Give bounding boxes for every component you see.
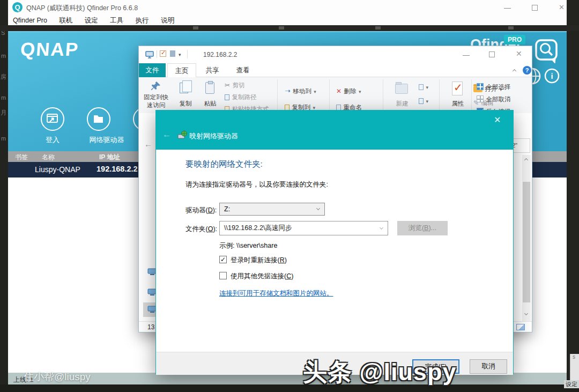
explorer-maximize-button[interactable]	[489, 51, 495, 57]
item-count: 13	[147, 323, 154, 331]
reconnect-label[interactable]: 登录时重新连接(R)	[231, 256, 287, 265]
strip-mark	[508, 26, 514, 29]
dialog-titlebar[interactable]: ← 映射网络驱动器 ✕	[156, 110, 513, 150]
ribbon-separator	[439, 79, 440, 110]
tab-home[interactable]: 主页	[167, 63, 196, 77]
new-folder-button[interactable]: 新建	[389, 79, 415, 110]
properties-button[interactable]: ✓ 属性	[446, 79, 470, 110]
tab-share[interactable]: 共享	[198, 63, 227, 77]
maximize-button[interactable]	[532, 5, 538, 11]
login-label: 登入	[39, 135, 66, 145]
thumbnail-view-icon[interactable]	[516, 324, 525, 330]
chevron-down-icon	[316, 206, 320, 210]
ribbon: 固定到快速访问 复制 粘贴 ✂ 剪切 复制路径 粘贴快捷方式	[139, 77, 532, 113]
folder-path-combobox[interactable]: \\192.168.2.2\高速同步	[219, 221, 388, 235]
watermark-bottom-left: 住小帮@liuspy	[24, 370, 91, 384]
pro-badge: PRO	[504, 35, 525, 45]
web-signup-link[interactable]: 连接到可用于存储文档和图片的网站。	[219, 289, 333, 298]
new-folder-qat-icon[interactable]	[170, 50, 175, 57]
menu-settings[interactable]: 设定	[85, 16, 98, 26]
login-button[interactable]	[41, 107, 64, 131]
watermark-bottom-right: 头条 @liuspy	[303, 356, 579, 388]
example-text: 示例: \\server\share	[219, 241, 277, 250]
dialog-description: 请为连接指定驱动器号，以及你要连接的文件夹:	[185, 180, 328, 189]
properties-qat-icon[interactable]: ✓	[160, 50, 166, 57]
copy-path-button[interactable]: 复制路径	[225, 92, 256, 101]
chevron-down-icon	[380, 226, 383, 230]
svg-text:i: i	[551, 71, 553, 80]
browse-button[interactable]: 浏览(B)...	[397, 221, 448, 235]
paste-icon	[205, 82, 214, 94]
network-drive-button[interactable]	[87, 107, 110, 131]
divider	[157, 50, 157, 58]
qfinder-menubar: Qfinder Pro 联机 设定 工具 执行 说明	[8, 15, 567, 25]
qat-dropdown-icon[interactable]: ▾	[179, 52, 181, 57]
cut-icon: ✂	[225, 82, 230, 89]
scrollbar-thumb[interactable]	[523, 182, 530, 302]
column-name[interactable]: 名称	[42, 153, 55, 162]
tab-file[interactable]: 文件	[139, 63, 166, 77]
close-button[interactable]: ✕	[559, 4, 566, 10]
dialog-close-button[interactable]: ✕	[494, 115, 501, 125]
select-all-button[interactable]: 全部选择	[477, 82, 510, 91]
easy-access-icon	[419, 84, 424, 90]
reconnect-checkbox[interactable]: ✓	[219, 256, 227, 263]
delete-button[interactable]: ✕ 删除 ▾	[336, 86, 361, 95]
credentials-checkbox[interactable]	[219, 272, 227, 279]
easy-access-button[interactable]: ▾	[419, 82, 428, 91]
ribbon-tab-row: 文件 主页 共享 查看 ?	[139, 63, 532, 77]
qfinder-window-title: QNAP (威联通科技) Qfinder Pro 6.6.8	[26, 4, 138, 13]
menu-qfinder-pro[interactable]: Qfinder Pro	[13, 16, 47, 26]
copy-icon	[180, 83, 188, 93]
new-item-button[interactable]: ▾	[419, 95, 428, 105]
delete-icon: ✕	[336, 87, 342, 95]
network-drive-icon	[88, 108, 109, 129]
paste-button[interactable]: 粘贴	[199, 79, 221, 110]
explorer-titlebar[interactable]: ✓ ▾ 192.168.2.2 ✕	[139, 46, 532, 63]
move-to-button[interactable]: ➝ 移动到 ▾	[285, 86, 316, 95]
scrollbar[interactable]	[522, 155, 531, 321]
ribbon-separator	[471, 79, 472, 110]
menu-tools[interactable]: 工具	[110, 16, 123, 26]
back-icon[interactable]: ←	[144, 139, 152, 149]
minimize-button[interactable]	[504, 5, 511, 9]
selected-item-fragment[interactable]	[143, 302, 156, 317]
ribbon-collapse-icon[interactable]	[513, 69, 516, 73]
select-all-icon	[477, 83, 484, 90]
drive-letter-select[interactable]: Z:	[219, 203, 325, 216]
dropdown-icon: ▾	[314, 89, 316, 94]
desktop-icon-text: m	[1, 94, 6, 101]
help-icon[interactable]: ?	[523, 66, 531, 75]
info-icon[interactable]: i	[544, 68, 560, 86]
dialog-back-icon: ←	[162, 130, 171, 139]
device-name: Liuspy-QNAP	[35, 165, 80, 174]
scroll-up-icon[interactable]	[524, 158, 528, 162]
cut-button[interactable]: ✂ 剪切	[225, 80, 245, 90]
map-network-drive-dialog: ← 映射网络驱动器 ✕ 要映射的网络文件夹: 请为连接指定驱动器号，以及你要连接…	[155, 110, 514, 374]
explorer-minimize-button[interactable]	[463, 52, 470, 56]
copy-button[interactable]: 复制	[174, 79, 197, 110]
explorer-close-button[interactable]: ✕	[516, 51, 523, 57]
select-none-button[interactable]: 全部取消	[477, 94, 510, 103]
dialog-title: 映射网络驱动器	[189, 131, 238, 141]
computer-icon	[145, 50, 155, 59]
desktop-icon-text: 月	[1, 109, 6, 117]
pin-button[interactable]: 固定到快速访问	[141, 93, 171, 110]
pin-icon	[151, 80, 161, 92]
menu-help[interactable]: 说明	[161, 16, 174, 26]
menu-execute[interactable]: 执行	[136, 16, 149, 26]
dialog-heading: 要映射的网络文件夹:	[185, 159, 263, 170]
desktop-icon-text: m	[1, 135, 6, 142]
menu-connect[interactable]: 联机	[59, 16, 72, 26]
credentials-label[interactable]: 使用其他凭据连接(C)	[231, 272, 293, 281]
ribbon-separator	[383, 79, 383, 110]
select-none-icon	[477, 95, 484, 102]
column-ip[interactable]: IP 地址	[99, 153, 120, 162]
column-bookmark[interactable]: 书签	[15, 153, 28, 162]
network-drive-label: 网络驱动器	[77, 135, 136, 145]
tab-view[interactable]: 查看	[228, 63, 257, 77]
qfinder-titlebar[interactable]: Q QNAP (威联通科技) Qfinder Pro 6.6.8 ✕	[8, 0, 567, 15]
ribbon-separator	[329, 79, 330, 110]
scroll-down-icon[interactable]	[524, 312, 528, 315]
search-bubble-icon[interactable]	[532, 36, 561, 68]
